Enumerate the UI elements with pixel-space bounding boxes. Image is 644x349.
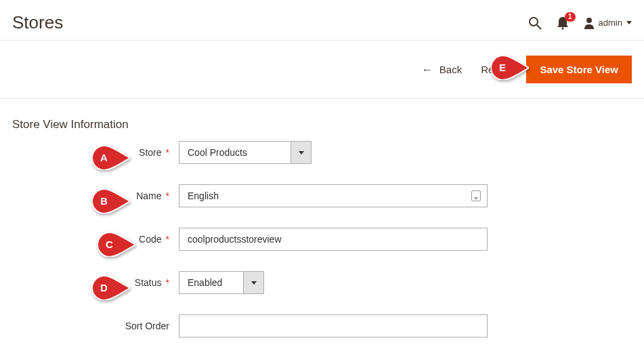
svg-point-0 <box>530 18 538 26</box>
autofill-icon <box>471 190 481 201</box>
save-store-view-button[interactable]: Save Store View <box>526 56 632 83</box>
sort-order-label: Sort Order <box>125 321 169 331</box>
section-title: Store View Information <box>0 99 644 141</box>
store-label: Store <box>139 147 161 158</box>
callout-d: D <box>92 276 130 300</box>
required-marker: * <box>166 277 169 288</box>
username: admin <box>599 18 622 28</box>
back-label: Back <box>439 64 462 75</box>
required-marker: * <box>166 234 169 245</box>
arrow-left-icon: ← <box>422 64 433 75</box>
callout-a: A <box>92 146 130 170</box>
code-input[interactable] <box>179 228 488 251</box>
svg-line-1 <box>537 25 541 29</box>
status-label: Status <box>135 277 162 288</box>
status-select[interactable]: Enabled <box>179 271 264 294</box>
chevron-down-icon <box>291 142 311 163</box>
chevron-down-icon <box>626 21 632 24</box>
name-label: Name <box>136 190 161 201</box>
name-input[interactable] <box>179 184 488 207</box>
action-bar: ← Back Reset Save Store View E <box>0 40 644 99</box>
callout-b: B <box>92 189 130 213</box>
store-select[interactable]: Cool Products <box>179 141 312 164</box>
required-marker: * <box>166 190 169 201</box>
page-title: Stores <box>12 12 63 33</box>
status-select-value: Enabled <box>179 272 243 293</box>
user-icon <box>584 17 595 29</box>
svg-point-3 <box>586 18 592 23</box>
reset-button[interactable]: Reset <box>481 64 507 75</box>
required-marker: * <box>166 147 169 158</box>
sort-order-input[interactable] <box>179 314 488 337</box>
code-label: Code <box>139 234 161 245</box>
chevron-down-icon <box>243 272 263 293</box>
notifications-icon[interactable]: 1 <box>557 16 569 30</box>
notifications-badge: 1 <box>565 12 576 22</box>
store-select-value: Cool Products <box>179 142 291 163</box>
svg-point-2 <box>561 27 563 29</box>
user-menu[interactable]: admin <box>584 17 632 29</box>
callout-c: C <box>98 232 135 257</box>
search-icon[interactable] <box>528 16 542 30</box>
back-button[interactable]: ← Back <box>422 64 462 75</box>
